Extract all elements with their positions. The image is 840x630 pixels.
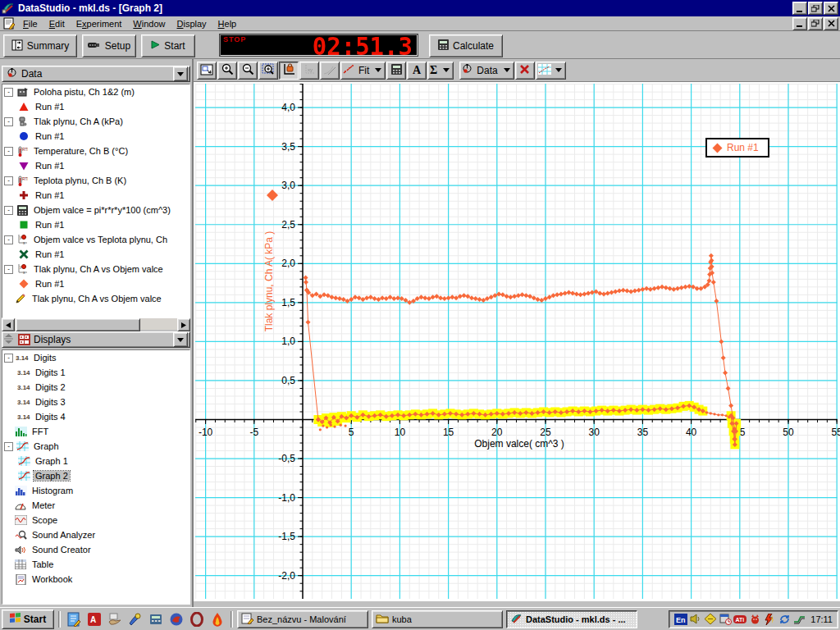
menu-edit[interactable]: Edit [43,18,71,30]
calculate-button-small[interactable] [386,62,406,80]
tree-item[interactable]: Histogram [2,483,189,498]
tree-item[interactable]: Scope [2,513,189,527]
notepad-icon[interactable] [65,610,83,628]
flame-icon[interactable] [208,610,226,628]
tree-item[interactable]: -Tlak plynu, Ch A (kPa) [2,114,189,129]
collapse-toggle[interactable]: - [4,88,13,97]
collapse-toggle[interactable]: - [4,176,13,185]
slope-tool-button[interactable] [320,62,340,80]
collapse-toggle[interactable]: - [4,235,13,244]
graph-plot[interactable]: -10-55101520253035404550554,03,53,02,52,… [194,82,840,600]
data-run-item[interactable]: Run #1 [2,158,189,173]
tree-item[interactable]: -Graph [2,439,189,454]
displays-dropdown-button[interactable] [173,332,188,347]
restore-button[interactable] [808,2,823,15]
start-button[interactable]: Start [141,34,195,57]
show-coordinates-button[interactable]: xy [299,62,319,80]
display-item-graph-1[interactable]: Graph 1 [2,454,189,468]
task-button-bez-n-zvu-malov-n-[interactable]: Bez_názvu - Malování [237,610,368,628]
dropdown-arrow-icon[interactable] [504,68,510,72]
collapse-toggle[interactable]: - [4,147,13,156]
tree-item[interactable]: -yxTlak plynu, Ch A vs Objem valce [2,262,189,276]
data-panel-scrollbar[interactable] [2,318,190,330]
collapse-toggle[interactable]: - [4,265,13,274]
menu-window[interactable]: Window [127,18,171,30]
data-run-item[interactable]: Run #1 [2,99,189,114]
menu-help[interactable]: Help [212,18,243,30]
paint-brush-icon[interactable] [126,610,144,628]
acrobat-icon[interactable]: A [85,610,103,628]
display-item-digits-1[interactable]: 3.14Digits 1 [2,365,189,380]
daemon-icon[interactable] [748,613,761,626]
scale-to-fit-button[interactable] [197,62,217,80]
child-minimize-button[interactable] [792,17,807,30]
tree-item[interactable]: Workbook [2,572,189,587]
collapse-toggle[interactable]: - [4,354,13,363]
data-run-item[interactable]: Run #1 [2,247,189,262]
scheduler-icon[interactable] [719,613,732,626]
tree-item[interactable]: Sound Creator [2,542,189,557]
summary-button[interactable]: Summary [3,34,77,57]
tree-item[interactable]: -Poloha pistu, Ch 1&2 (m) [2,84,189,99]
child-close-button[interactable] [824,17,838,30]
tree-item[interactable]: Sound Analyzer [2,527,189,542]
data-panel-header[interactable]: Data [2,66,190,82]
data-dropdown-button[interactable] [173,66,188,81]
close-button[interactable] [824,2,838,15]
calculate-button[interactable]: Calculate [429,34,503,57]
data-run-item[interactable]: Run #1 [2,217,189,232]
volume-icon[interactable] [689,613,702,626]
refresh-arrows-icon[interactable] [778,613,791,626]
minimize-button[interactable] [792,2,807,15]
modem-icon[interactable] [792,613,806,626]
start-menu-button[interactable]: Start [2,609,54,629]
scroll-right-button[interactable] [177,318,190,331]
zoom-in-button[interactable] [217,62,237,80]
calculator-qc-icon[interactable] [147,610,165,628]
opera-icon[interactable] [188,610,206,628]
smart-tool-button[interactable] [279,62,299,80]
dragon-icon[interactable] [167,610,185,628]
graph-settings-button[interactable] [536,62,566,80]
menu-file[interactable]: File [17,18,43,30]
menu-experiment[interactable]: Experiment [71,18,128,30]
data-run-item[interactable]: Run #1 [2,276,189,291]
en-keyboard-icon[interactable]: En [674,613,687,626]
tree-item[interactable]: -Objem valce = pi*r*r*y*100 (cm^3) [2,203,189,217]
document-icon[interactable] [2,18,16,30]
splitter-icon[interactable] [4,334,13,345]
data-run-item[interactable]: Run #1 [2,129,189,144]
setup-button[interactable]: Setup [82,34,136,57]
tree-item[interactable]: -RTDTeplota plynu, Ch B (K) [2,173,189,188]
dropdown-arrow-icon[interactable] [443,68,450,72]
hand-files-icon[interactable] [106,610,124,628]
tree-item[interactable]: -yxObjem valce vs Teplota plynu, Ch [2,232,189,247]
dropdown-arrow-icon[interactable] [555,68,562,72]
zoom-select-button[interactable] [258,62,278,80]
tree-item[interactable]: -3.14Digits [2,350,189,365]
yellow-lens-icon[interactable] [704,613,717,626]
task-button-datastudio-mkl-ds-[interactable]: DataStudio - mkl.ds - ... [506,610,637,628]
task-button-kuba[interactable]: kuba [372,610,503,628]
tree-item[interactable]: Table [2,557,189,572]
zoom-out-button[interactable] [238,62,258,80]
statistics-button[interactable]: Σ [427,62,454,80]
display-item-digits-2[interactable]: 3.14Digits 2 [2,380,189,395]
data-menu-button[interactable]: Data [459,62,514,80]
dropdown-arrow-icon[interactable] [375,68,381,72]
fit-menu-button[interactable]: Fit [340,62,386,80]
ati-icon[interactable]: ATi [733,613,746,626]
scroll-left-button[interactable] [2,318,15,331]
display-item-graph-2[interactable]: Graph 2 [2,468,189,483]
collapse-toggle[interactable]: - [4,206,13,215]
collapse-toggle[interactable]: - [4,117,13,126]
collapse-toggle[interactable]: - [4,442,13,451]
data-run-item[interactable]: Run #1 [2,188,189,203]
graph-legend[interactable]: Run #1 [705,138,769,158]
text-note-button[interactable]: A [407,62,427,80]
child-restore-button[interactable] [808,17,823,30]
display-item-digits-4[interactable]: 3.14Digits 4 [2,409,189,424]
displays-panel-header[interactable]: Displays [2,331,190,348]
tree-item[interactable]: -RTDTemperature, Ch B (°C) [2,144,189,158]
tree-item[interactable]: FFT [2,424,189,439]
